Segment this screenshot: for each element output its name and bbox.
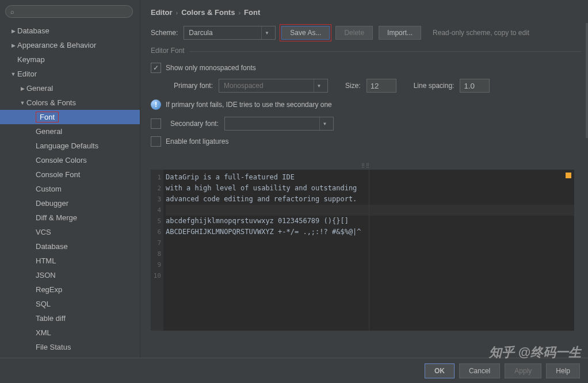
readonly-hint: Read-only scheme, copy to edit	[433, 29, 529, 37]
code-line: DataGrip is a full-featured IDE	[166, 172, 574, 183]
tree-label: Keymap	[17, 55, 45, 64]
sidebar-item-json[interactable]: JSON	[0, 268, 140, 282]
size-input[interactable]	[366, 79, 396, 93]
tree-label: General	[36, 127, 62, 136]
sidebar-item-sql[interactable]: SQL	[0, 297, 140, 311]
code-line	[166, 270, 574, 281]
breadcrumb-separator: ›	[238, 9, 240, 16]
marker-bar	[574, 170, 581, 331]
tree-label: Editor	[17, 70, 37, 78]
chevron-down-icon: ▼	[9, 71, 17, 77]
breadcrumb-item[interactable]: Editor	[151, 8, 173, 17]
sidebar-item-database[interactable]: ▶Database	[0, 24, 140, 38]
breadcrumb-item: Font	[244, 8, 260, 17]
sidebar-item-debugger[interactable]: Debugger	[0, 196, 140, 210]
help-button[interactable]: Help	[546, 363, 580, 378]
cancel-button[interactable]: Cancel	[459, 363, 500, 378]
tree-label: Diff & Merge	[36, 213, 77, 222]
tree-label: VCS	[36, 228, 51, 236]
delete-button[interactable]: Delete	[335, 26, 373, 40]
sidebar-item-font[interactable]: Font	[0, 110, 140, 124]
apply-button[interactable]: Apply	[505, 363, 541, 378]
scheme-value: Darcula	[189, 29, 212, 37]
code-line: advanced code editing and refactoring su…	[166, 194, 574, 205]
chevron-down-icon: ▼	[314, 79, 324, 92]
tree-label: Database	[36, 242, 68, 251]
tree-label: Console Colors	[36, 156, 87, 164]
font-preview: 12345678910 DataGrip is a full-featured …	[151, 170, 581, 331]
code-line: abcdefghijklmnopqrstuvwxyz 0123456789 ()…	[166, 216, 574, 227]
search-input[interactable]	[17, 7, 128, 16]
ok-button[interactable]: OK	[425, 363, 455, 378]
sidebar-item-console-font[interactable]: Console Font	[0, 167, 140, 182]
breadcrumb: Editor›Colors & Fonts›Font	[140, 0, 588, 22]
chevron-right-icon: ▶	[9, 28, 17, 34]
search-icon: ⌕	[10, 8, 14, 15]
tree-label: XML	[36, 328, 51, 337]
tree-label: Font	[36, 112, 59, 122]
tree-label: Colors & Fonts	[26, 98, 76, 107]
scheme-dropdown[interactable]: Darcula ▼	[184, 26, 276, 40]
breadcrumb-separator: ›	[176, 9, 178, 16]
import-button[interactable]: Import...	[379, 26, 421, 40]
code-line	[166, 248, 574, 259]
code-line: ABCDEFGHIJKLMNOPQRSTUVWXYZ +-*/= .,;:!? …	[166, 227, 574, 238]
settings-panel: Editor›Colors & Fonts›Font Scheme: Darcu…	[140, 0, 588, 358]
gutter: 12345678910	[151, 170, 163, 331]
settings-sidebar: ⌕ ▶Database▶Appearance & BehaviorKeymap▼…	[0, 0, 140, 358]
code-line	[166, 259, 574, 270]
line-spacing-input[interactable]	[460, 79, 490, 93]
sidebar-item-xml[interactable]: XML	[0, 325, 140, 340]
checkbox-secondary[interactable]	[151, 118, 161, 129]
chevron-right-icon: ▶	[18, 86, 26, 91]
tree-label: Custom	[36, 185, 62, 193]
sidebar-item-console-colors[interactable]: Console Colors	[0, 153, 140, 167]
sidebar-item-keymap[interactable]: Keymap	[0, 52, 140, 67]
sidebar-item-diff-merge[interactable]: Diff & Merge	[0, 210, 140, 225]
sidebar-item-custom[interactable]: Custom	[0, 182, 140, 196]
resize-handle[interactable]: ⣿⣿	[151, 163, 581, 168]
save-as-button[interactable]: Save As...	[281, 26, 330, 40]
search-box[interactable]: ⌕	[5, 5, 133, 18]
chevron-down-icon: ▼	[319, 117, 330, 130]
sidebar-item-database[interactable]: Database	[0, 239, 140, 254]
code-line	[166, 238, 574, 248]
chevron-down-icon: ▼	[261, 26, 272, 39]
sidebar-item-html[interactable]: HTML	[0, 254, 140, 268]
secondary-font-dropdown: ▼	[224, 117, 334, 131]
tree-label: RegExp	[36, 285, 62, 294]
sidebar-item-editor[interactable]: ▼Editor	[0, 67, 140, 81]
checkbox-monospaced[interactable]: ✓	[151, 63, 161, 73]
dialog-footer: OK Cancel Apply Help	[0, 358, 588, 383]
checkbox-ligatures-label: Enable font ligatures	[166, 137, 228, 145]
code-preview[interactable]: DataGrip is a full-featured IDEwith a hi…	[163, 170, 574, 331]
settings-tree: ▶Database▶Appearance & BehaviorKeymap▼Ed…	[0, 21, 140, 358]
checkbox-monospaced-label: Show only monospaced fonts	[166, 64, 256, 72]
tree-label: JSON	[36, 271, 56, 279]
sidebar-item-language-defaults[interactable]: Language Defaults	[0, 139, 140, 153]
sidebar-item-regexp[interactable]: RegExp	[0, 282, 140, 297]
chevron-down-icon: ▼	[18, 100, 26, 106]
wrap-guide	[369, 170, 369, 331]
checkbox-ligatures[interactable]	[151, 136, 161, 147]
tree-label: General	[26, 84, 53, 93]
primary-font-value: Monospaced	[224, 82, 264, 90]
sidebar-item-general[interactable]: ▶General	[0, 81, 140, 95]
sidebar-item-colors-fonts[interactable]: ▼Colors & Fonts	[0, 95, 140, 110]
sidebar-item-vcs[interactable]: VCS	[0, 225, 140, 239]
chevron-right-icon: ▶	[9, 43, 17, 48]
section-editor-font: Editor Font	[140, 47, 588, 57]
sidebar-item-general[interactable]: General	[0, 124, 140, 139]
scheme-label: Scheme:	[151, 29, 178, 37]
sidebar-item-file-status[interactable]: File Status	[0, 340, 140, 354]
tree-label: Console Font	[36, 170, 80, 179]
breadcrumb-item[interactable]: Colors & Fonts	[181, 8, 235, 17]
tree-label: Language Defaults	[36, 141, 98, 150]
primary-font-dropdown: Monospaced ▼	[219, 79, 328, 93]
secondary-font-label: Secondary font:	[165, 120, 219, 128]
line-spacing-label: Line spacing:	[414, 82, 455, 90]
sidebar-item-appearance-behavior[interactable]: ▶Appearance & Behavior	[0, 38, 140, 52]
sidebar-item-table-diff[interactable]: Table diff	[0, 311, 140, 325]
code-line	[166, 205, 574, 216]
code-line: with a high level of usability and outst…	[166, 183, 574, 194]
